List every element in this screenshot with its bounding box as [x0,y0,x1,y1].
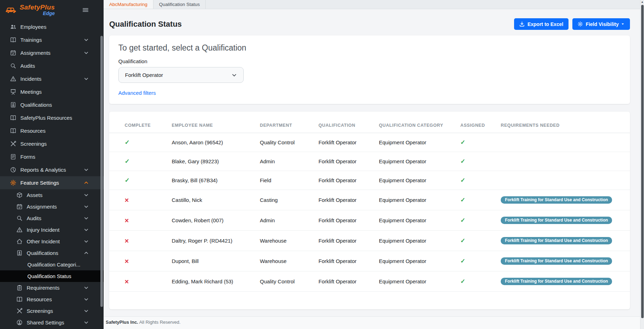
chevron-down-icon [84,297,89,302]
qualification-select-value: Forklift Operator [125,72,231,78]
sidebar-item-label: SafetyPlus Resources [20,115,89,121]
assigned-cell: ✓ [456,271,497,292]
sidebar-toggle-button[interactable] [82,7,89,13]
sidebar-item-employees[interactable]: Employees [0,20,104,33]
footer-rights: All Rights Reserved. [139,320,180,325]
table-row: × Edding, Mark Richard (53) Quality Cont… [109,271,630,292]
qualification-table: COMPLETE EMPLOYEE NAME DEPARTMENT QUALIF… [109,114,630,292]
window-scrollbar[interactable]: ▲ [640,0,644,329]
complete-cell: × [109,231,167,251]
check-icon: ✓ [460,258,465,264]
brand-logo: SafetyPlus Edge [5,4,55,16]
brand-sub: Edge [20,11,55,16]
sidebar-item-audits[interactable]: Audits [0,212,104,224]
requirements-cell [497,152,630,171]
col-header-department: DEPARTMENT [256,114,314,133]
qualification-cell: Forklift Operator [314,190,375,210]
requirement-badge: Forklift Training for Standard Use and C… [501,278,612,285]
qualification-category-cell: Equipment Operator [375,190,456,210]
chevron-down-icon [84,239,89,244]
x-icon: × [125,278,129,285]
check-icon: ✓ [460,139,465,146]
footer-company: SafetyPlus Inc. [106,320,138,325]
sidebar-scrollbar[interactable] [100,36,103,307]
requirements-cell [497,171,630,190]
check-icon: ✓ [460,197,465,203]
sidebar-item-assets[interactable]: Assets [0,189,104,201]
complete-cell: ✓ [109,133,167,152]
page-header: Qualification Status Export to Excel Fie… [104,9,644,35]
chevron-up-icon [84,250,89,256]
tab-qualification-status[interactable]: Qualification Status [153,0,206,9]
sidebar-item-label: Trainings [20,37,84,43]
chevron-down-icon [84,227,89,232]
sidebar-item-label: Assignments [27,204,84,210]
sidebar-item-screenings[interactable]: Screenings [0,137,104,150]
department-cell: Admin [256,152,314,171]
sidebar-item-resources[interactable]: Resources [0,124,104,137]
sidebar-item-incidents[interactable]: Incidents [0,72,104,85]
department-cell: Quality Control [256,133,314,152]
chevron-down-icon [84,204,89,209]
sidebar-item-meetings[interactable]: Meetings [0,85,104,98]
qualification-select[interactable]: Forklift Operator [118,67,244,83]
employee-name-cell: Cowden, Robert (007) [167,210,256,231]
sidebar-item-shared-settings[interactable]: Shared Settings [0,317,104,328]
department-cell: Field [256,171,314,190]
sidebar-item-label: Shared Settings [27,320,84,325]
sidebar-item-qualification-categori[interactable]: Qualification Categori... [0,259,104,270]
scroll-up-arrow-icon[interactable]: ▲ [640,0,644,4]
requirement-badge: Forklift Training for Standard Use and C… [501,237,612,244]
chevron-down-icon [84,192,89,198]
sidebar-item-screenings[interactable]: Screenings [0,305,104,317]
sidebar-item-requirements[interactable]: Requirements [0,282,104,294]
advanced-filters-link[interactable]: Advanced filters [118,90,156,96]
clipboard-icon [16,285,22,291]
requirements-cell: Forklift Training for Standard Use and C… [497,251,630,271]
sidebar-item-audits[interactable]: Audits [0,59,104,72]
house-icon [16,238,22,245]
sidebar-item-forms[interactable]: Forms [0,150,104,163]
complete-cell: × [109,251,167,271]
assigned-cell: ✓ [456,190,497,210]
field-visibility-button[interactable]: Field Visibility [572,18,630,30]
department-cell: Quality Control [256,271,314,292]
header-actions: Export to Excel Field Visibility [514,18,630,30]
sidebar-item-qualification-status[interactable]: Qualification Status [0,270,104,282]
complete-cell: × [109,190,167,210]
sidebar-item-assignments[interactable]: Assignments [0,46,104,59]
qualification-table-card: COMPLETE EMPLOYEE NAME DEPARTMENT QUALIF… [109,112,630,309]
sidebar-item-resources[interactable]: Resources [0,294,104,305]
sidebar-nav: Employees Trainings Assignments Audits I… [0,20,104,329]
search-icon [10,63,16,69]
sidebar-item-label: Qualifications [20,102,89,108]
requirement-badge: Forklift Training for Standard Use and C… [501,196,612,204]
tab-abcmanufacturing[interactable]: AbcManufacturing [104,0,153,9]
sidebar-item-qualifications[interactable]: Qualifications [0,247,104,259]
sidebar-item-injury-incident[interactable]: Injury Incident [0,224,104,236]
sidebar-item-feature-settings[interactable]: Feature Settings [0,176,104,189]
car-logo-icon [5,6,18,14]
tools-icon [16,308,22,314]
employee-name-cell: Blake, Gary (89223) [167,152,256,171]
sidebar-item-label: Reports & Analytics [20,167,84,173]
check-icon: ✓ [460,158,465,165]
sidebar-item-other-incident[interactable]: Other Incident [0,236,104,247]
x-icon: × [125,217,129,224]
sidebar-item-label: Meetings [20,89,89,95]
brand-text: SafetyPlus Edge [20,4,55,16]
sidebar-item-trainings[interactable]: Trainings [0,33,104,46]
sidebar-item-label: Forms [20,154,89,160]
brand-name: SafetyPlus [20,4,55,11]
department-cell: Warehouse [256,251,314,271]
journal-icon [10,154,16,160]
col-header-employee-name: EMPLOYEE NAME [167,114,256,133]
export-to-excel-button[interactable]: Export to Excel [514,18,569,30]
sidebar-item-safetyplus-resources[interactable]: SafetyPlus Resources [0,111,104,124]
sidebar-item-assignments[interactable]: Assignments [0,201,104,212]
sidebar-item-reports-analytics[interactable]: Reports & Analytics [0,163,104,176]
download-icon [519,21,525,27]
scrollbar-thumb[interactable] [641,5,644,318]
sidebar-item-qualifications[interactable]: Qualifications [0,98,104,111]
warning-icon [16,227,22,233]
